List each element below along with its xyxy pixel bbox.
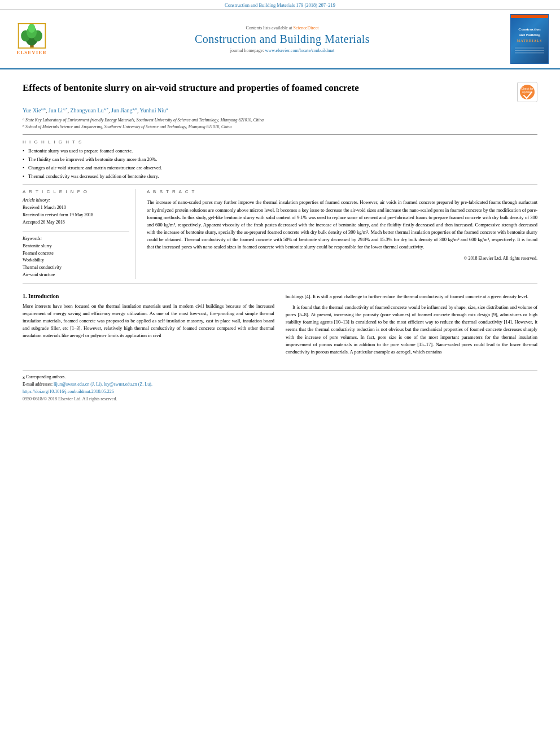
keyword-4: Thermal conductivity	[23, 264, 129, 272]
svg-rect-9	[45, 23, 46, 49]
keywords-section: Keywords: Bentonite slurry Foamed concre…	[23, 236, 129, 279]
homepage-link[interactable]: www.elsevier.com/locate/conbuildmat	[265, 48, 335, 53]
journal-cover-image: Construction and Building MATERIALS	[510, 14, 551, 64]
revised-date: Received in revised form 19 May 2018	[23, 212, 129, 219]
elsevier-brand-text: ELSEVIER	[16, 50, 47, 55]
journal-citation-bar: Construction and Building Materials 179 …	[0, 0, 560, 10]
doi-note: https://doi.org/10.1016/j.conbuildmat.20…	[23, 389, 537, 394]
main-content: Effects of bentonite slurry on air-void …	[0, 69, 560, 408]
article-info-section: A R T I C L E I N F O Article history: R…	[23, 189, 135, 278]
affiliations: a State Key Laboratory of Environment-fr…	[23, 117, 537, 130]
keywords-label: Keywords:	[23, 236, 129, 241]
cover-box: Construction and Building MATERIALS	[510, 14, 549, 64]
intro-left-col: 1. Introduction More interests have been…	[23, 293, 274, 359]
highlight-item-1: Bentonite slurry was used to prepare foa…	[23, 148, 537, 155]
intro-body-left: More interests have been focused on the …	[23, 303, 274, 340]
intro-para-1: More interests have been focused on the …	[23, 303, 274, 340]
divider-in-article-info	[23, 231, 129, 231]
divider-after-highlights	[23, 184, 537, 185]
right-column: A B S T R A C T The increase of nano-sca…	[147, 189, 537, 278]
abstract-title: A B S T R A C T	[147, 189, 537, 194]
elsevier-tree-icon	[16, 23, 47, 49]
email-links[interactable]: lijun@swust.edu.cn (J. Li), luy@swust.ed…	[54, 382, 152, 387]
highlight-item-3: Changes of air-void structure and matrix…	[23, 165, 537, 172]
affiliation-a: a State Key Laboratory of Environment-fr…	[23, 117, 537, 123]
intro-right-col: buildings [4]. It is still a great chall…	[286, 293, 537, 359]
svg-rect-8	[18, 23, 19, 49]
keywords-list: Bentonite slurry Foamed concrete Workabi…	[23, 243, 129, 279]
doi-link[interactable]: https://doi.org/10.1016/j.conbuildmat.20…	[23, 389, 114, 394]
article-history-group: Article history: Received 1 March 2018 R…	[23, 198, 129, 226]
intro-section-title: 1. Introduction	[23, 293, 274, 299]
contents-available-line: Contents lists available at ScienceDirec…	[54, 25, 510, 30]
received-date: Received 1 March 2018	[23, 204, 129, 212]
highlights-list: Bentonite slurry was used to prepare foa…	[23, 148, 537, 180]
svg-rect-7	[18, 47, 46, 49]
corresponding-authors-note: ⁎ Corresponding authors.	[23, 374, 537, 379]
abstract-text: The increase of nano-scaled pores may fu…	[147, 199, 537, 251]
svg-rect-6	[18, 23, 46, 24]
intro-para-2: buildings [4]. It is still a great chall…	[286, 293, 537, 300]
left-column: A R T I C L E I N F O Article history: R…	[23, 189, 135, 278]
keyword-1: Bentonite slurry	[23, 243, 129, 250]
cover-subtitle: MATERIALS	[517, 39, 542, 42]
article-title-section: Effects of bentonite slurry on air-void …	[23, 76, 537, 102]
introduction-section: 1. Introduction More interests have been…	[23, 293, 537, 359]
affiliation-b: b School of Materials Science and Engine…	[23, 124, 537, 130]
footer-notes: ⁎ Corresponding authors. E-mail addresse…	[23, 370, 537, 401]
author-yue-xie: Yue Xie	[23, 107, 41, 113]
keyword-3: Workability	[23, 257, 129, 264]
author-jun-li: Jun Li	[49, 107, 63, 113]
sciencedirect-link[interactable]: ScienceDirect	[294, 25, 319, 30]
intro-para-3: It is found that the thermal conductivit…	[286, 304, 537, 356]
issn-line: 0950-0618/© 2018 Elsevier Ltd. All right…	[23, 396, 537, 401]
email-note: E-mail addresses: lijun@swust.edu.cn (J.…	[23, 382, 537, 387]
cover-title: Construction and Building	[518, 27, 540, 37]
article-info-title: A R T I C L E I N F O	[23, 189, 129, 194]
author-yunhui-niu: Yunhui Niu	[140, 107, 166, 113]
svg-point-5	[28, 23, 35, 32]
journal-header: ELSEVIER Contents lists available at Sci…	[0, 10, 560, 69]
highlight-item-2: The fluidity can be improved with benton…	[23, 156, 537, 163]
intro-body-right: buildings [4]. It is still a great chall…	[286, 293, 537, 356]
author-jun-jiang: Jun Jiang	[111, 107, 133, 113]
journal-citation: Construction and Building Materials 179 …	[225, 2, 335, 8]
divider-after-abstract	[23, 283, 537, 284]
keyword-2: Foamed concrete	[23, 250, 129, 257]
author-zhongyuan-lu: Zhongyuan Lu	[71, 107, 104, 113]
journal-main-title: Construction and Building Materials	[54, 33, 510, 46]
authors-line: Yue Xiea,b, Jun Lia,*, Zhongyuan Lua,*, …	[23, 107, 537, 113]
highlights-section: H I G H L I G H T S Bentonite slurry was…	[23, 139, 537, 180]
cover-decorative-lines	[515, 46, 544, 55]
page-wrapper: Construction and Building Materials 179 …	[0, 0, 560, 408]
check-updates-icon: Check for updates	[519, 84, 535, 100]
elsevier-logo: ELSEVIER	[9, 23, 54, 55]
two-column-section: A R T I C L E I N F O Article history: R…	[23, 189, 537, 278]
history-label: Article history:	[23, 198, 129, 203]
copyright-line: © 2018 Elsevier Ltd. All rights reserved…	[147, 256, 537, 261]
divider-after-affiliations	[23, 134, 537, 135]
journal-title-center: Contents lists available at ScienceDirec…	[54, 25, 510, 53]
highlight-item-4: Thermal conductivity was decreased by ad…	[23, 173, 537, 180]
check-updates-badge: Check for updates	[517, 82, 537, 102]
journal-homepage: journal homepage: www.elsevier.com/locat…	[54, 48, 510, 53]
article-title: Effects of bentonite slurry on air-void …	[23, 82, 510, 95]
highlights-header: H I G H L I G H T S	[23, 139, 537, 145]
keyword-5: Air-void structure	[23, 272, 129, 279]
intro-two-col: 1. Introduction More interests have been…	[23, 293, 537, 359]
accepted-date: Accepted 26 May 2018	[23, 219, 129, 226]
